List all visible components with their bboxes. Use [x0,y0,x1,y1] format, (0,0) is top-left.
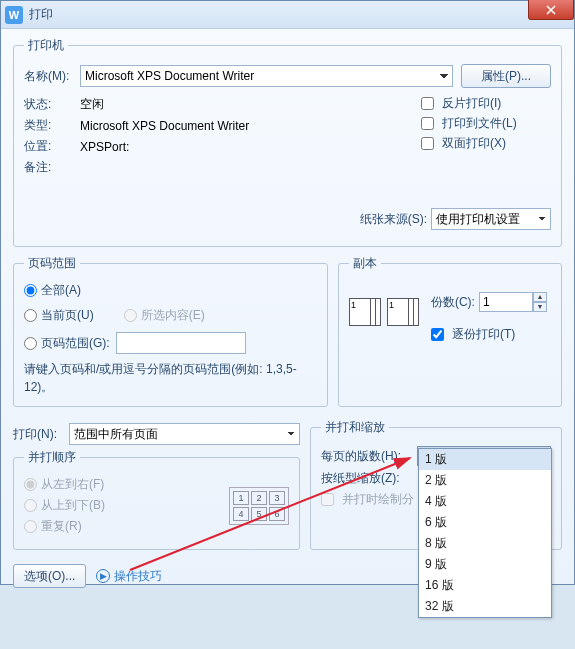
pps-option[interactable]: 8 版 [419,533,551,554]
status-label: 状态: [24,96,80,113]
app-icon: W [5,6,23,24]
pps-option[interactable]: 16 版 [419,575,551,596]
order-legend: 并打顺序 [24,449,80,466]
comment-label: 备注: [24,159,80,176]
scale-legend: 并打和缩放 [321,419,389,436]
pps-option[interactable]: 9 版 [419,554,551,575]
where-value: XPSPort: [80,140,129,154]
order-rep-radio: 重复(R) [24,518,105,535]
close-button[interactable] [528,0,574,20]
papersrc-label: 纸张来源(S): [360,211,427,228]
options-button[interactable]: 选项(O)... [13,564,86,588]
pps-label: 每页的版数(H): [321,448,417,465]
collate-check[interactable]: 逐份打印(T) [431,326,547,343]
duplex-check[interactable]: 双面打印(X) [421,135,551,152]
where-label: 位置: [24,138,80,155]
order-lr-radio: 从左到右(F) [24,476,105,493]
range-hint: 请键入页码和/或用逗号分隔的页码范围(例如: 1,3,5-12)。 [24,360,317,396]
tofile-check[interactable]: 打印到文件(L) [421,115,551,132]
range-current-radio[interactable]: 当前页(U) [24,307,94,324]
name-label: 名称(M): [24,68,80,85]
paperscale-label: 按纸型缩放(Z): [321,470,417,487]
window-title: 打印 [29,6,53,23]
printer-legend: 打印机 [24,37,68,54]
pps-option[interactable]: 6 版 [419,512,551,533]
properties-button[interactable]: 属性(P)... [461,64,551,88]
copies-legend: 副本 [349,255,381,272]
range-group: 页码范围 全部(A) 当前页(U) 所选内容(E) 页码范围(G): 请键入页码… [13,255,328,407]
pps-option[interactable]: 32 版 [419,596,551,617]
type-label: 类型: [24,117,80,134]
pps-option[interactable]: 1 版 [419,449,551,470]
pps-dropdown-list[interactable]: 1 版2 版4 版6 版8 版9 版16 版32 版 [418,448,552,618]
pps-option[interactable]: 4 版 [419,491,551,512]
printwhat-label: 打印(N): [13,426,69,443]
range-selection-radio: 所选内容(E) [124,307,205,324]
tips-link[interactable]: ▶操作技巧 [96,568,162,585]
copies-label: 份数(C): [431,294,475,311]
pps-option[interactable]: 2 版 [419,470,551,491]
order-group: 并打顺序 从左到右(F) 从上到下(B) 重复(R) 123456 [13,449,300,550]
range-legend: 页码范围 [24,255,80,272]
papersrc-select[interactable]: 使用打印机设置 [431,208,551,230]
range-pages-input[interactable] [116,332,246,354]
reverse-check[interactable]: 反片打印(I) [421,95,551,112]
printer-group: 打印机 名称(M): Microsoft XPS Document Writer… [13,37,562,247]
copies-group: 副本 321 321 份数(C): ▲▼ 逐份打印(T) [338,255,562,407]
range-all-radio[interactable]: 全部(A) [24,282,317,299]
order-tb-radio: 从上到下(B) [24,497,105,514]
printwhat-select[interactable]: 范围中所有页面 [69,423,300,445]
printer-name-select[interactable]: Microsoft XPS Document Writer [80,65,453,87]
copies-spinner[interactable]: ▲▼ [479,292,547,312]
type-value: Microsoft XPS Document Writer [80,119,249,133]
order-preview-icon: 123456 [229,487,289,525]
range-pages-radio[interactable]: 页码范围(G): [24,335,110,352]
status-value: 空闲 [80,96,104,113]
collate-icon: 321 321 [349,298,421,340]
